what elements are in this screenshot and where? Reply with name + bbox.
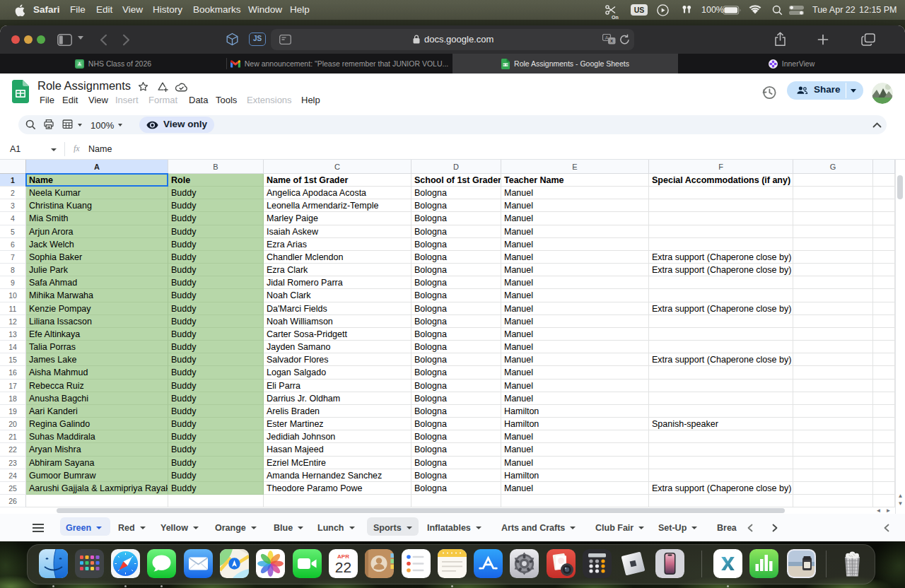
svg-text:22: 22: [335, 559, 351, 575]
svg-text:A: A: [605, 35, 609, 40]
svg-text:fx: fx: [74, 143, 80, 153]
